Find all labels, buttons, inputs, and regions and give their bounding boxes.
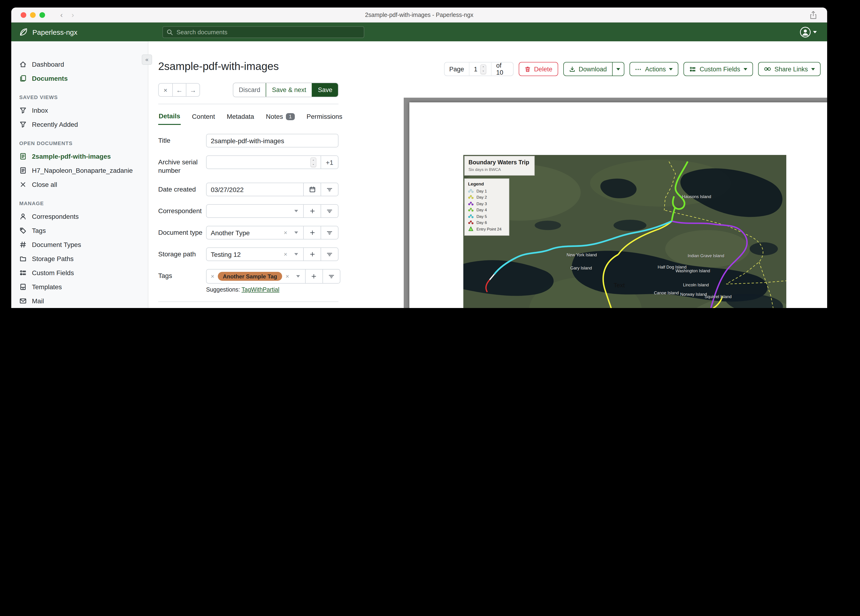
asn-input[interactable]: ⌃⌄ <box>207 156 321 168</box>
sidebar-item-open-doc-2[interactable]: H7_Napoleon_Bonaparte_zadanie <box>11 163 148 178</box>
page-number-input[interactable]: 1 <box>474 66 477 72</box>
tab-details[interactable]: Details <box>158 109 181 125</box>
storage-path-select[interactable]: Testing 12 × <box>207 248 303 261</box>
date-filter-button[interactable] <box>321 183 338 196</box>
storage-path-add-button[interactable] <box>303 248 321 261</box>
tab-metadata[interactable]: Metadata <box>226 109 255 125</box>
sidebar-item-recently-added[interactable]: Recently Added <box>11 117 148 132</box>
pdf-page: Hausons Island New York Island Gary Isla… <box>410 102 827 308</box>
share-links-button[interactable]: Share Links <box>758 62 821 76</box>
sidebar-item-templates[interactable]: Templates <box>11 280 148 294</box>
sidebar-item-dashboard[interactable]: Dashboard <box>11 57 148 71</box>
asn-plus-one-button[interactable]: +1 <box>321 156 338 168</box>
save-button[interactable]: Save <box>312 83 338 97</box>
sidebar-item-documents[interactable]: Documents <box>11 71 148 85</box>
route-dots-icon <box>468 201 474 206</box>
page-title: 2sample-pdf-with-images <box>158 60 279 73</box>
caret-down-icon <box>294 210 298 212</box>
tag-icon <box>19 227 27 234</box>
asn-stepper[interactable]: ⌃⌄ <box>310 157 316 167</box>
document-type-add-button[interactable] <box>303 226 321 239</box>
next-document-button[interactable]: → <box>186 83 199 96</box>
calendar-icon <box>309 186 316 193</box>
user-menu[interactable] <box>799 26 817 38</box>
clear-icon[interactable]: × <box>284 229 287 236</box>
window-titlebar: ‹ › 2sample-pdf-with-images - Paperless-… <box>11 8 827 22</box>
sidebar-item-inbox[interactable]: Inbox <box>11 103 148 117</box>
title-field-label: Title <box>158 134 206 148</box>
home-icon <box>19 61 27 68</box>
clear-icon[interactable]: × <box>284 251 287 258</box>
document-type-select[interactable]: Another Type × <box>207 226 303 239</box>
correspondent-label: Correspondent <box>158 204 206 218</box>
tab-content[interactable]: Content <box>191 109 215 125</box>
plus-icon <box>309 251 315 257</box>
remove-tag-icon[interactable]: × <box>211 273 214 280</box>
app-logo[interactable]: Paperless-ngx <box>19 27 77 37</box>
search-bar[interactable] <box>162 26 364 38</box>
tags-add-button[interactable] <box>305 269 322 283</box>
save-and-next-button[interactable]: Save & next <box>266 83 312 97</box>
document-type-filter-button[interactable] <box>321 226 338 239</box>
app-header: Paperless-ngx <box>11 22 827 41</box>
close-document-button[interactable]: × <box>159 83 172 96</box>
document-toolbar: Page 1 ⌃⌄ of 10 Delete Download <box>444 62 821 76</box>
filter-icon <box>19 107 27 114</box>
delete-button[interactable]: Delete <box>518 62 558 76</box>
main-content: 2sample-pdf-with-images Page 1 ⌃⌄ of 10 … <box>148 41 827 308</box>
link-icon <box>764 66 771 72</box>
sidebar-item-mail[interactable]: Mail <box>11 294 148 308</box>
document-icon <box>19 152 27 160</box>
caret-down-icon <box>811 68 815 70</box>
correspondent-filter-button[interactable] <box>321 205 338 217</box>
caret-down-icon <box>669 68 673 70</box>
map-subtitle: Six days in BWCA <box>469 167 530 172</box>
sidebar-item-storage-paths[interactable]: Storage Paths <box>11 251 148 266</box>
download-options-button[interactable] <box>612 62 624 76</box>
caret-down-icon <box>616 68 620 70</box>
sidebar-item-close-all[interactable]: Close all <box>11 178 148 192</box>
tag-pill[interactable]: Another Sample Tag <box>218 272 282 281</box>
clear-icon[interactable]: × <box>286 273 289 280</box>
tags-filter-button[interactable] <box>322 269 340 283</box>
search-input[interactable] <box>176 28 360 36</box>
app-name: Paperless-ngx <box>32 28 77 36</box>
map-label-text-note: Text <box>614 282 625 289</box>
route-dots-icon <box>468 195 474 200</box>
notes-count-badge: 1 <box>286 113 295 120</box>
correspondent-add-button[interactable] <box>303 205 321 217</box>
sidebar-item-open-doc-1[interactable]: 2sample-pdf-with-images <box>11 149 148 163</box>
sidebar-item-correspondents[interactable]: Correspondents <box>11 209 148 223</box>
entry-point-icon <box>468 226 474 232</box>
map-title: Boundary Waters Trip <box>469 159 530 166</box>
title-input[interactable] <box>206 134 339 148</box>
tab-permissions[interactable]: Permissions <box>306 109 343 125</box>
sidebar-item-tags[interactable]: Tags <box>11 223 148 237</box>
template-icon <box>19 283 27 291</box>
download-button[interactable]: Download <box>563 62 612 76</box>
suggestions-label: Suggestions: <box>206 286 240 293</box>
tab-notes[interactable]: Notes1 <box>265 109 295 125</box>
sidebar-item-document-types[interactable]: Document Types <box>11 237 148 251</box>
sidebar-item-custom-fields[interactable]: Custom Fields <box>11 266 148 280</box>
previous-document-button[interactable]: ← <box>172 83 186 96</box>
pdf-preview-pane[interactable]: Hausons Island New York Island Gary Isla… <box>404 97 827 308</box>
page-stepper[interactable]: ⌃⌄ <box>480 64 486 74</box>
share-icon[interactable] <box>810 11 817 19</box>
custom-fields-button[interactable]: Custom Fields <box>684 62 753 76</box>
section-saved-views: SAVED VIEWS <box>11 85 148 103</box>
suggestion-tag-link[interactable]: TagWithPartial <box>242 286 279 293</box>
user-menu-caret-icon <box>813 31 817 33</box>
section-open-documents: OPEN DOCUMENTS <box>11 132 148 149</box>
actions-button[interactable]: ⋯ Actions <box>629 62 679 76</box>
storage-path-filter-button[interactable] <box>321 248 338 261</box>
discard-button[interactable]: Discard <box>233 83 266 97</box>
date-created-input[interactable]: 03/27/2022 <box>207 183 303 196</box>
sidebar: Dashboard Documents SAVED VIEWS Inbox Re… <box>11 41 148 308</box>
download-icon <box>569 66 575 72</box>
sidebar-collapse-button[interactable]: « <box>142 55 152 65</box>
correspondent-select[interactable] <box>207 205 303 217</box>
calendar-button[interactable] <box>303 183 321 196</box>
tags-select[interactable]: × Another Sample Tag × <box>207 269 305 283</box>
plus-icon <box>309 229 315 236</box>
